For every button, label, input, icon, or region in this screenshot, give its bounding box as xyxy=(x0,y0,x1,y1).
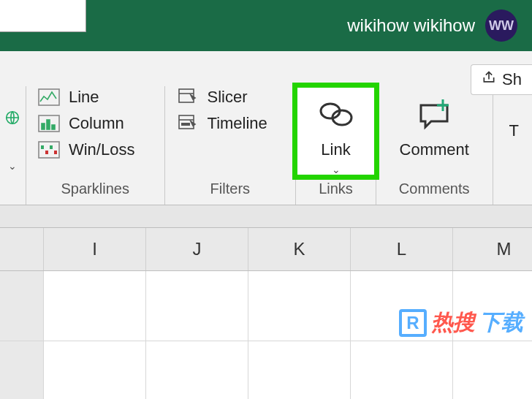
cell[interactable] xyxy=(44,271,146,341)
svg-rect-5 xyxy=(52,125,55,129)
svg-rect-3 xyxy=(42,123,45,129)
ribbon: Sh ⌄ Line xyxy=(0,51,532,205)
sparkline-column-button[interactable]: Column xyxy=(38,114,134,133)
group-partial-right: T xyxy=(493,86,532,205)
group-comments-label: Comments xyxy=(376,176,493,205)
group-comments: Comment Comments xyxy=(376,86,493,205)
comment-icon xyxy=(412,94,456,134)
account-username: wikihow wikihow xyxy=(347,15,475,36)
cell[interactable] xyxy=(248,341,351,399)
link-label: Link xyxy=(321,140,350,159)
comment-label: Comment xyxy=(400,140,469,159)
slicer-icon xyxy=(177,88,199,107)
cell[interactable] xyxy=(351,341,453,399)
grid-row xyxy=(0,341,532,399)
column-header[interactable]: L xyxy=(351,228,453,270)
ribbon-groups: ⌄ Line Column xyxy=(0,66,532,205)
cell[interactable] xyxy=(453,341,532,399)
link-icon xyxy=(314,94,358,134)
group-links-label: Links xyxy=(296,176,376,205)
chevron-down-icon: ⌄ xyxy=(332,164,341,175)
sparkline-winloss-icon xyxy=(38,140,60,159)
column-header[interactable]: I xyxy=(44,228,146,270)
sparkline-winloss-button[interactable]: Win/Loss xyxy=(38,140,134,159)
cell[interactable] xyxy=(351,271,453,341)
sparkline-line-button[interactable]: Line xyxy=(38,88,134,107)
timeline-icon xyxy=(177,114,199,133)
column-header[interactable]: J xyxy=(146,228,248,270)
dropdown-caret-icon[interactable]: ⌄ xyxy=(8,160,17,172)
svg-rect-13 xyxy=(181,123,190,126)
sparkline-line-label: Line xyxy=(69,88,99,107)
sparkline-column-icon xyxy=(38,114,60,133)
account-avatar[interactable]: WW xyxy=(485,10,517,42)
svg-rect-9 xyxy=(50,145,53,149)
svg-rect-10 xyxy=(54,151,57,154)
svg-rect-8 xyxy=(45,151,48,154)
sparkline-line-icon xyxy=(38,88,60,107)
svg-rect-4 xyxy=(47,120,50,129)
group-filters-label: Filters xyxy=(165,176,296,205)
link-button[interactable]: Link ⌄ xyxy=(296,86,376,176)
svg-rect-7 xyxy=(41,145,44,149)
avatar-initials: WW xyxy=(489,18,514,34)
column-headers[interactable]: I J K L M xyxy=(0,228,532,271)
slicer-label: Slicer xyxy=(208,88,248,107)
worksheet-grid[interactable]: I J K L M xyxy=(0,227,532,399)
share-button[interactable]: Sh xyxy=(471,64,532,95)
partial-icon xyxy=(4,110,20,129)
group-links: Link ⌄ Links xyxy=(296,86,376,205)
slicer-button[interactable]: Slicer xyxy=(177,88,267,107)
cell[interactable] xyxy=(248,271,351,341)
cell[interactable] xyxy=(146,341,248,399)
svg-rect-6 xyxy=(39,142,59,158)
row-header[interactable] xyxy=(0,341,44,399)
row-header[interactable] xyxy=(0,271,44,341)
share-label: Sh xyxy=(502,70,522,89)
column-header[interactable]: M xyxy=(453,228,532,270)
group-sparklines-label: Sparklines xyxy=(26,176,164,205)
formula-bar-fragment[interactable] xyxy=(0,0,86,32)
group-sparklines: Line Column Win/Loss xyxy=(26,86,165,205)
cell[interactable] xyxy=(146,271,248,341)
group-filters: Slicer Timeline Filters xyxy=(165,86,297,205)
timeline-label: Timeline xyxy=(208,114,267,133)
sparkline-column-label: Column xyxy=(69,114,124,133)
title-bar: wikihow wikihow WW xyxy=(0,0,532,51)
sparkline-winloss-label: Win/Loss xyxy=(69,140,134,159)
column-header[interactable]: K xyxy=(248,228,351,270)
partial-label: T xyxy=(509,121,519,140)
cell[interactable] xyxy=(453,271,532,341)
timeline-button[interactable]: Timeline xyxy=(177,114,267,133)
select-all-corner[interactable] xyxy=(0,228,44,270)
cell[interactable] xyxy=(44,341,146,399)
ribbon-left-fragment: ⌄ xyxy=(0,86,26,205)
share-icon xyxy=(482,70,496,89)
grid-row xyxy=(0,271,532,341)
comment-button[interactable]: Comment xyxy=(376,86,493,159)
